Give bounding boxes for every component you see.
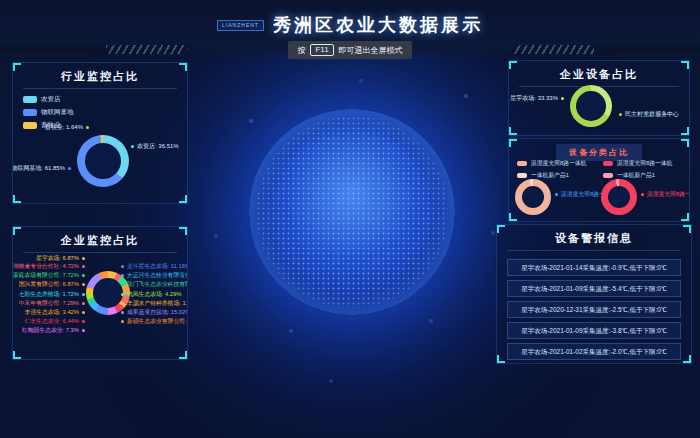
callout-dot-icon — [82, 274, 85, 277]
callout-label: 红梅园生态农业: 7.3% — [22, 327, 79, 334]
legend-label: 农资店 — [41, 95, 61, 104]
callout-dot-icon — [82, 320, 85, 323]
legend-swatch — [23, 122, 37, 129]
legend-item: 温湿度光照8路一体机 — [603, 159, 672, 168]
legend-swatch — [517, 173, 527, 178]
chart-callout: 新硕生态农业有限公司: 6.87% — [121, 318, 188, 325]
callout-dot-icon — [82, 329, 85, 332]
fullscreen-tip-bar: 按 F11 即可退出全屏模式 — [288, 41, 411, 59]
chart-callout: 物联网基地: 61.85% — [12, 165, 71, 172]
legend-label: 物联网基地 — [41, 108, 74, 117]
callout-dot-icon — [555, 193, 558, 196]
callout-label: 陆门飞生态农业科技有限公 — [127, 281, 188, 288]
legend-item: 温湿度光照8路一体机 — [517, 159, 586, 168]
callout-label: 星宇农场: 6.87% — [36, 255, 79, 262]
alarm-row: 星宇农场-2021-01-14采集温度:-0.9℃,低于下限:0℃ — [507, 259, 681, 276]
chart-callout: 仁丰生态农业: 6.44% — [25, 318, 85, 325]
chart-callout: 家庭农场有限公司: 7.72% — [13, 272, 85, 279]
industry-donut-chart — [77, 135, 129, 187]
callout-label: 成果蔬菜自留地: 15.02% — [127, 309, 188, 316]
callout-dot-icon — [68, 167, 71, 170]
page-title: 秀洲区农业大数据展示 — [273, 13, 483, 37]
legend-label: 温湿度光照8路一体机 — [617, 159, 672, 168]
callout-label: 新硕生态农业有限公司: 6.87% — [127, 318, 188, 325]
chart-callout: 大运河生态牧业有限责任公 — [121, 272, 188, 279]
callout-label: 物联网基地: 61.85% — [12, 165, 65, 172]
callout-label: 民主村党群服务中心 — [625, 111, 679, 118]
chart-callout: 成果蔬菜自留地: 15.02% — [121, 309, 188, 316]
callout-label: 家庭农场有限公司: 7.72% — [13, 272, 79, 279]
callout-dot-icon — [619, 113, 622, 116]
panel-device-class: 设备分类占比 温湿度光照8路一体机 一体机新产品1 温湿度光照8路一 温湿度光照… — [508, 138, 690, 222]
chart-callout: 中禾年有限公司: 7.29% — [19, 300, 85, 307]
device-class-donut-left — [515, 179, 551, 215]
legend-swatch — [23, 109, 37, 116]
chart-callout: 李强生态农场: 3.42% — [25, 309, 85, 316]
callout-dot-icon — [131, 145, 134, 148]
chart-callout: 北斗星生态农场: 11.16% — [121, 263, 188, 270]
callout-label: 农资店: 36.51% — [137, 143, 179, 150]
tip-suffix: 即可退出全屏模式 — [339, 45, 403, 56]
callout-dot-icon — [82, 283, 85, 286]
callout-dot-icon — [121, 265, 124, 268]
callout-dot-icon — [82, 293, 85, 296]
chart-callout: 星宇农场: 33.33% — [510, 95, 564, 102]
panel-title: 企业监控占比 — [23, 233, 177, 253]
panel-equipment: 企业设备占比 星宇农场: 33.33% 民主村党群服务中心 — [508, 60, 690, 136]
legend-label: 温湿度光照8路一体机 — [531, 159, 586, 168]
callout-label: 七彩生态养殖场: 1.72% — [19, 291, 79, 298]
chart-callout: 温湿度光照8路一 — [555, 191, 605, 198]
chart-callout: 七彩生态养殖场: 1.72% — [19, 291, 85, 298]
fullscreen-tip: 按 F11 即可退出全屏模式 — [0, 41, 700, 59]
logo-badge: LIANZHENT — [217, 20, 264, 31]
alarm-row: 星宇农场-2021-01-09采集温度:-5.4℃,低于下限:0℃ — [507, 280, 681, 297]
globe-visualization — [249, 109, 455, 315]
callout-label: 鸣凤生态农场: 4.29% — [127, 291, 181, 298]
f11-key: F11 — [310, 44, 333, 56]
chart-callout: 畜牧业: 1.64% — [45, 124, 89, 131]
callout-label: 中禾年有限公司: 7.29% — [19, 300, 79, 307]
callout-label: 李强生态农场: 3.42% — [25, 309, 79, 316]
chart-callout: 陆门飞生态农业科技有限公 — [121, 281, 188, 288]
legend-swatch — [603, 161, 613, 166]
legend-item: 农资店 — [23, 95, 187, 104]
equipment-donut-chart — [570, 85, 612, 127]
alarm-row: 星宇农场-2021-01-09采集温度:-3.8℃,低于下限:0℃ — [507, 322, 681, 339]
callout-label: 北斗星生态农场: 11.16% — [127, 263, 188, 270]
chart-callout: 丰源水产特种养殖场: 1. — [121, 300, 187, 307]
callout-dot-icon — [82, 257, 85, 260]
legend-swatch — [517, 161, 527, 166]
callout-label: 星宇农场: 33.33% — [510, 95, 558, 102]
callout-dot-icon — [121, 302, 124, 305]
callout-dot-icon — [82, 302, 85, 305]
chart-callout: 红梅园生态农业: 7.3% — [22, 327, 85, 334]
panel-alarms: 设备警报信息 星宇农场-2021-01-14采集温度:-0.9℃,低于下限:0℃… — [496, 224, 692, 364]
legend-item: 物联网基地 — [23, 108, 187, 117]
header: LIANZHENT 秀洲区农业大数据展示 按 F11 即可退出全屏模式 — [0, 0, 700, 56]
legend-swatch — [23, 96, 37, 103]
callout-label: 秀湖粮食专业合作社: 4.72% — [12, 263, 79, 270]
panel-title: 行业监控占比 — [23, 69, 177, 89]
callout-dot-icon — [121, 283, 124, 286]
chart-callout: 秀湖粮食专业合作社: 4.72% — [12, 263, 85, 270]
legend-swatch — [603, 173, 613, 178]
device-class-donut-right — [601, 179, 637, 215]
title-row: LIANZHENT 秀洲区农业大数据展示 — [0, 13, 700, 37]
callout-label: 温湿度光照8路一 — [561, 191, 605, 198]
callout-dot-icon — [641, 193, 644, 196]
panel-enterprise: 企业监控占比 星宇农场: 6.87% 秀湖粮食专业合作社: 4.72% 家庭农场… — [12, 226, 188, 360]
panel-title: 设备警报信息 — [507, 231, 681, 251]
alarm-row: 星宇农场-2021-01-02采集温度:-2.0℃,低于下限:0℃ — [507, 343, 681, 360]
callout-label: 畜牧业: 1.64% — [45, 124, 83, 131]
tip-prefix: 按 — [297, 45, 305, 56]
callout-label: 温湿度光照8路一 — [647, 191, 690, 198]
callout-dot-icon — [121, 274, 124, 277]
callout-label: 国兴发有限公司: 6.87% — [19, 281, 79, 288]
chart-callout: 农资店: 36.51% — [131, 143, 179, 150]
chart-callout: 鸣凤生态农场: 4.29% — [121, 291, 181, 298]
callout-dot-icon — [86, 126, 89, 129]
callout-dot-icon — [121, 293, 124, 296]
callout-label: 仁丰生态农业: 6.44% — [25, 318, 79, 325]
callout-label: 大运河生态牧业有限责任公 — [127, 272, 188, 279]
panel-title: 企业设备占比 — [519, 67, 679, 87]
